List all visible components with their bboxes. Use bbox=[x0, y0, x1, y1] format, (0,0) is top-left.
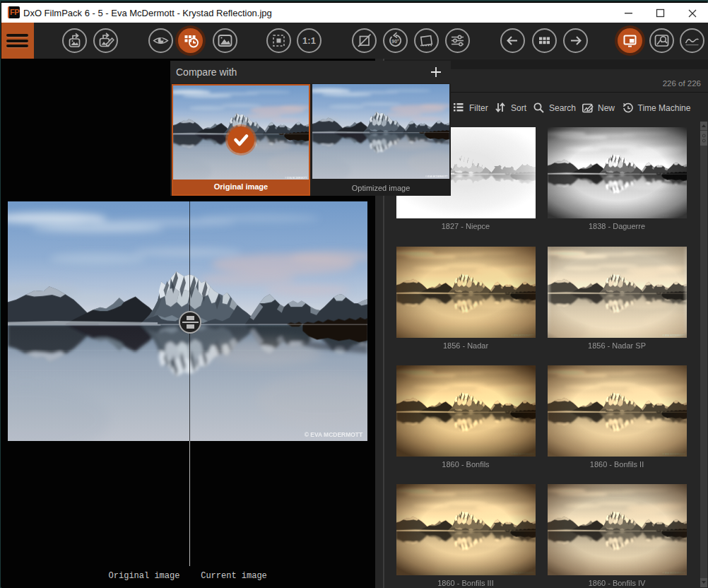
svg-text:90°: 90° bbox=[391, 39, 399, 44]
